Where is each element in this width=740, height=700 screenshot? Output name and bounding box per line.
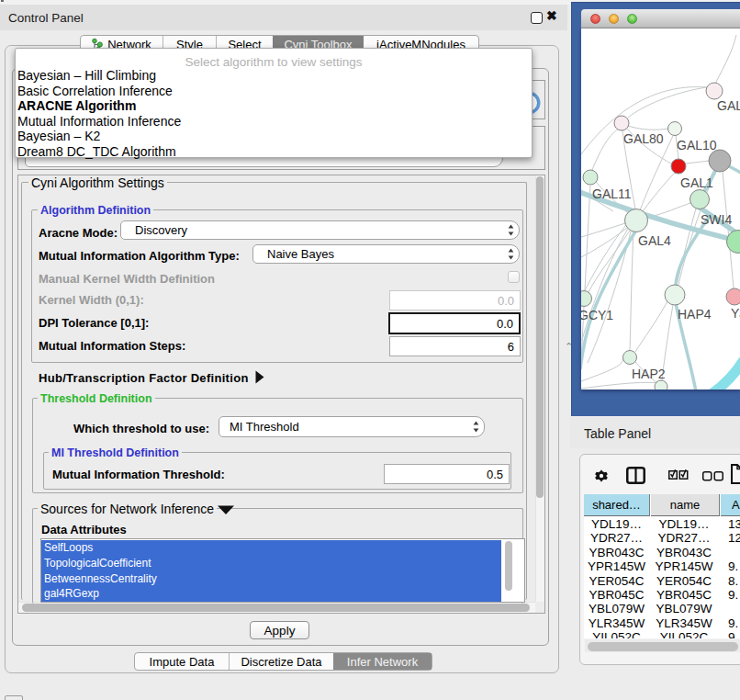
svg-text:GAL2: GAL2 <box>717 98 740 113</box>
svg-text:GAL4: GAL4 <box>638 233 671 248</box>
svg-text:HAP4: HAP4 <box>678 307 712 322</box>
svg-text:HAP2: HAP2 <box>632 367 666 381</box>
svg-text:GAL1: GAL1 <box>680 175 713 190</box>
svg-text:GAL11: GAL11 <box>592 186 632 201</box>
svg-text:SWI4: SWI4 <box>701 212 732 227</box>
svg-text:GCY1: GCY1 <box>581 308 613 322</box>
svg-text:YJ: YJ <box>731 306 740 321</box>
svg-text:GAL80: GAL80 <box>623 131 664 146</box>
svg-text:GAL10: GAL10 <box>677 138 717 152</box>
